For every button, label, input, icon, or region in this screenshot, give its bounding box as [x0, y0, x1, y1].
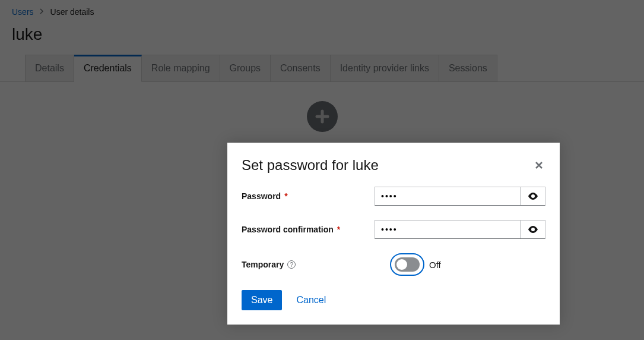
save-button[interactable]: Save	[242, 290, 282, 310]
temporary-toggle[interactable]	[390, 253, 424, 276]
eye-icon[interactable]	[520, 187, 545, 205]
password-confirmation-label: Password confirmation *	[242, 225, 375, 234]
set-password-modal: Set password for luke Password * Passwor…	[227, 143, 560, 325]
cancel-button[interactable]: Cancel	[296, 295, 326, 306]
toggle-state-label: Off	[429, 260, 441, 270]
modal-title: Set password for luke	[242, 157, 379, 174]
required-indicator: *	[337, 225, 340, 234]
password-input[interactable]	[375, 187, 520, 205]
eye-icon[interactable]	[520, 221, 545, 238]
close-icon[interactable]	[532, 157, 545, 174]
required-indicator: *	[284, 191, 287, 201]
password-confirmation-input[interactable]	[375, 221, 520, 238]
temporary-label: Temporary ?	[242, 260, 375, 269]
help-icon[interactable]: ?	[287, 260, 296, 269]
password-label: Password *	[242, 191, 375, 201]
